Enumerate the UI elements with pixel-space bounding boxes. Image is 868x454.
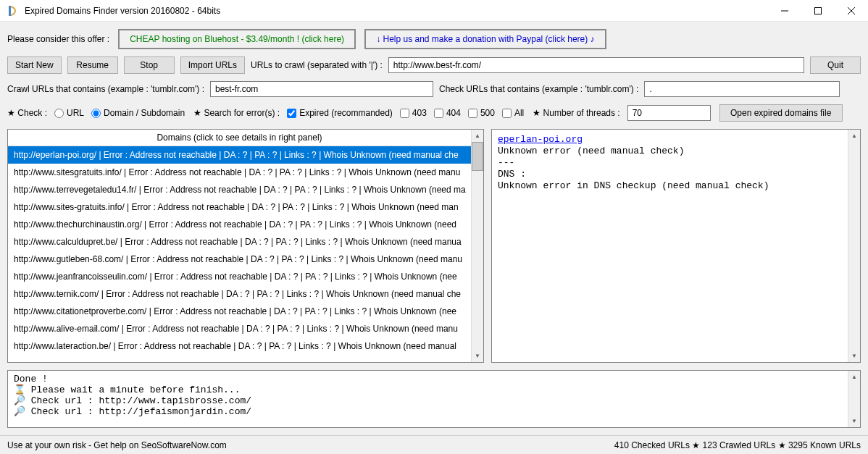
quit-button[interactable]: Quit [810, 56, 861, 74]
filter-row: Crawl URLs that contains (example : 'tum… [7, 81, 861, 97]
hosting-offer-button[interactable]: CHEAP hosting on Bluehost - $3.49/month … [118, 29, 356, 49]
check-filter-input[interactable] [644, 81, 840, 97]
domains-header: Domains (click to see details in right p… [8, 130, 471, 146]
scroll-thumb[interactable] [472, 142, 483, 171]
toolbar-row: Start New Resume Stop Import URLs URLs t… [7, 56, 861, 74]
list-item[interactable]: http://www.jeanfrancoisseulin.com/ | Err… [8, 268, 471, 285]
scroll-up-icon[interactable]: ▲ [848, 371, 860, 383]
list-item[interactable]: http://www.thechurchinaustin.org/ | Erro… [8, 216, 471, 233]
list-item[interactable]: http://www.sitesgratuits.info/ | Error :… [8, 164, 471, 181]
url-radio[interactable]: URL [54, 108, 84, 118]
status-left: Use at your own risk - Get help on SeoSo… [7, 440, 614, 450]
threads-input[interactable] [627, 105, 711, 121]
close-button[interactable] [835, 0, 868, 22]
svg-rect-2 [815, 7, 822, 14]
log-panel: Done ! ⌛ Please wait a minute before fin… [7, 370, 861, 428]
details-panel: eperlan-poi.org Unknown error (need manu… [491, 129, 861, 363]
log-text: Done ! ⌛ Please wait a minute before fin… [8, 371, 848, 427]
options-row: ★ Check : URL Domain / Subdomain ★ Searc… [7, 104, 861, 122]
list-item[interactable]: http://www.lateraction.be/ | Error : Add… [8, 337, 471, 355]
check-filter-label: Check URLs that contains (example : 'tum… [439, 84, 638, 94]
minimize-button[interactable] [768, 0, 801, 22]
list-item[interactable]: http://www.gutleben-68.com/ | Error : Ad… [8, 251, 471, 268]
maximize-button[interactable] [801, 0, 835, 22]
urls-input[interactable] [388, 57, 804, 73]
crawl-filter-label: Crawl URLs that contains (example : 'tum… [7, 84, 204, 94]
start-new-button[interactable]: Start New [7, 56, 62, 74]
paypal-offer-button[interactable]: ↓ Help us and make a donation with Paypa… [364, 29, 606, 49]
offer-label: Please consider this offer : [7, 34, 109, 44]
list-item[interactable]: http://www.sites-gratuits.info/ | Error … [8, 198, 471, 216]
titlebar: Expired Domains Finder version 20160802 … [0, 0, 868, 22]
status-right: 410 Checked URLs ★ 123 Crawled URLs ★ 32… [614, 440, 861, 450]
svg-rect-0 [9, 6, 11, 16]
stop-button[interactable]: Stop [124, 56, 175, 74]
window-title: Expired Domains Finder version 20160802 … [25, 6, 768, 16]
list-item[interactable]: http://www.ternik.com/ | Error : Address… [8, 285, 471, 303]
import-urls-button[interactable]: Import URLs [180, 56, 245, 74]
list-item[interactable]: http://www.alive-email.com/ | Error : Ad… [8, 320, 471, 337]
list-item[interactable]: http://eperlan-poi.org/ | Error : Addres… [8, 146, 471, 164]
offer-row: Please consider this offer : CHEAP hosti… [7, 29, 861, 49]
expired-checkbox[interactable]: Expired (recommanded) [287, 108, 393, 118]
scroll-down-icon[interactable]: ▼ [848, 350, 860, 362]
scroll-up-icon[interactable]: ▲ [472, 130, 483, 142]
search-options-label: ★ Search for error(s) : [193, 108, 280, 118]
scroll-down-icon[interactable]: ▼ [472, 350, 483, 362]
500-checkbox[interactable]: 500 [468, 108, 495, 118]
check-options-label: ★ Check : [7, 108, 47, 118]
scroll-up-icon[interactable]: ▲ [848, 130, 860, 142]
403-checkbox[interactable]: 403 [400, 108, 427, 118]
domains-list[interactable]: http://eperlan-poi.org/ | Error : Addres… [8, 146, 471, 355]
open-expired-file-button[interactable]: Open expired domains file [719, 104, 843, 122]
details-body: Unknown error (need manual check) --- DN… [498, 146, 769, 191]
list-item[interactable]: http://www.citationetproverbe.com/ | Err… [8, 303, 471, 320]
threads-label: ★ Number of threads : [533, 108, 619, 118]
details-text: eperlan-poi.org Unknown error (need manu… [492, 130, 848, 362]
statusbar: Use at your own risk - Get help on SeoSo… [0, 435, 868, 454]
404-checkbox[interactable]: 404 [434, 108, 461, 118]
crawl-filter-input[interactable] [210, 81, 433, 97]
app-icon [7, 5, 19, 17]
list-item[interactable]: http://www.terrevegetaledu14.fr/ | Error… [8, 181, 471, 198]
details-scrollbar[interactable]: ▲ ▼ [848, 130, 860, 362]
all-checkbox[interactable]: All [502, 108, 524, 118]
domains-panel: Domains (click to see details in right p… [7, 129, 484, 363]
domain-radio[interactable]: Domain / Subdomain [91, 108, 185, 118]
list-item[interactable]: http://www.calculdupret.be/ | Error : Ad… [8, 233, 471, 251]
domains-scrollbar[interactable]: ▲ ▼ [471, 130, 483, 362]
resume-button[interactable]: Resume [67, 56, 118, 74]
log-scrollbar[interactable]: ▲ ▼ [848, 371, 860, 427]
urls-label: URLs to crawl (separated with '|') : [251, 60, 383, 70]
scroll-down-icon[interactable]: ▼ [848, 415, 860, 427]
details-link[interactable]: eperlan-poi.org [498, 134, 583, 145]
